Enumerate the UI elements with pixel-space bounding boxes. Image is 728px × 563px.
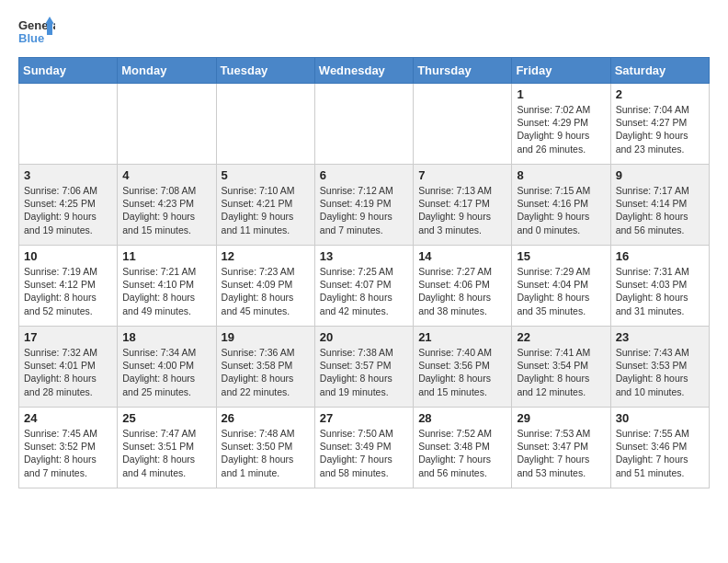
calendar-cell: 20Sunrise: 7:38 AM Sunset: 3:57 PM Dayli… bbox=[314, 327, 413, 408]
col-header-tuesday: Tuesday bbox=[216, 58, 314, 84]
day-number: 2 bbox=[616, 87, 704, 101]
day-number: 17 bbox=[24, 330, 112, 344]
day-number: 26 bbox=[222, 411, 310, 425]
calendar-cell: 19Sunrise: 7:36 AM Sunset: 3:58 PM Dayli… bbox=[216, 327, 314, 408]
col-header-sunday: Sunday bbox=[19, 58, 118, 84]
day-number: 28 bbox=[418, 411, 506, 425]
day-number: 8 bbox=[517, 168, 605, 182]
day-number: 15 bbox=[517, 249, 605, 263]
calendar-cell: 26Sunrise: 7:48 AM Sunset: 3:50 PM Dayli… bbox=[216, 408, 314, 488]
calendar-cell: 9Sunrise: 7:17 AM Sunset: 4:14 PM Daylig… bbox=[610, 165, 709, 246]
calendar-cell: 22Sunrise: 7:41 AM Sunset: 3:54 PM Dayli… bbox=[512, 327, 610, 408]
day-info: Sunrise: 7:29 AM Sunset: 4:04 PM Dayligh… bbox=[517, 266, 590, 316]
calendar-cell: 23Sunrise: 7:43 AM Sunset: 3:53 PM Dayli… bbox=[610, 327, 709, 408]
calendar-cell: 8Sunrise: 7:15 AM Sunset: 4:16 PM Daylig… bbox=[512, 165, 610, 246]
col-header-wednesday: Wednesday bbox=[314, 58, 413, 84]
week-row-4: 17Sunrise: 7:32 AM Sunset: 4:01 PM Dayli… bbox=[19, 327, 710, 408]
day-number: 14 bbox=[418, 249, 506, 263]
col-header-thursday: Thursday bbox=[414, 58, 512, 84]
calendar-cell bbox=[414, 84, 512, 165]
day-number: 5 bbox=[222, 168, 310, 182]
day-info: Sunrise: 7:34 AM Sunset: 4:00 PM Dayligh… bbox=[122, 347, 196, 397]
day-info: Sunrise: 7:32 AM Sunset: 4:01 PM Dayligh… bbox=[24, 347, 97, 397]
calendar-cell: 14Sunrise: 7:27 AM Sunset: 4:06 PM Dayli… bbox=[414, 246, 512, 327]
col-header-monday: Monday bbox=[118, 58, 216, 84]
calendar-cell: 2Sunrise: 7:04 AM Sunset: 4:27 PM Daylig… bbox=[610, 84, 709, 165]
calendar-cell: 5Sunrise: 7:10 AM Sunset: 4:21 PM Daylig… bbox=[216, 165, 314, 246]
day-info: Sunrise: 7:10 AM Sunset: 4:21 PM Dayligh… bbox=[222, 185, 295, 236]
day-info: Sunrise: 7:55 AM Sunset: 3:46 PM Dayligh… bbox=[616, 428, 689, 478]
calendar-cell: 27Sunrise: 7:50 AM Sunset: 3:49 PM Dayli… bbox=[314, 408, 413, 488]
day-number: 16 bbox=[616, 249, 704, 263]
day-number: 7 bbox=[418, 168, 506, 182]
day-info: Sunrise: 7:15 AM Sunset: 4:16 PM Dayligh… bbox=[517, 185, 590, 236]
day-info: Sunrise: 7:23 AM Sunset: 4:09 PM Dayligh… bbox=[222, 266, 295, 316]
day-number: 24 bbox=[24, 411, 112, 425]
day-info: Sunrise: 7:08 AM Sunset: 4:23 PM Dayligh… bbox=[122, 185, 196, 236]
calendar-cell: 21Sunrise: 7:40 AM Sunset: 3:56 PM Dayli… bbox=[414, 327, 512, 408]
day-number: 11 bbox=[122, 249, 210, 263]
calendar-cell bbox=[216, 84, 314, 165]
day-number: 6 bbox=[320, 168, 408, 182]
col-header-friday: Friday bbox=[512, 58, 610, 84]
calendar-cell: 10Sunrise: 7:19 AM Sunset: 4:12 PM Dayli… bbox=[19, 246, 118, 327]
calendar-cell bbox=[118, 84, 216, 165]
calendar-cell: 6Sunrise: 7:12 AM Sunset: 4:19 PM Daylig… bbox=[314, 165, 413, 246]
day-number: 12 bbox=[222, 249, 310, 263]
day-info: Sunrise: 7:40 AM Sunset: 3:56 PM Dayligh… bbox=[418, 347, 492, 397]
day-number: 1 bbox=[517, 87, 605, 101]
day-info: Sunrise: 7:21 AM Sunset: 4:10 PM Dayligh… bbox=[122, 266, 196, 316]
svg-text:Blue: Blue bbox=[18, 31, 44, 45]
day-number: 19 bbox=[222, 330, 310, 344]
day-number: 3 bbox=[24, 168, 112, 182]
calendar-cell: 11Sunrise: 7:21 AM Sunset: 4:10 PM Dayli… bbox=[118, 246, 216, 327]
calendar-cell: 4Sunrise: 7:08 AM Sunset: 4:23 PM Daylig… bbox=[118, 165, 216, 246]
day-info: Sunrise: 7:13 AM Sunset: 4:17 PM Dayligh… bbox=[418, 185, 492, 236]
day-info: Sunrise: 7:12 AM Sunset: 4:19 PM Dayligh… bbox=[320, 185, 393, 236]
col-header-saturday: Saturday bbox=[610, 58, 709, 84]
calendar-cell: 3Sunrise: 7:06 AM Sunset: 4:25 PM Daylig… bbox=[19, 165, 118, 246]
day-info: Sunrise: 7:50 AM Sunset: 3:49 PM Dayligh… bbox=[320, 428, 393, 478]
day-info: Sunrise: 7:04 AM Sunset: 4:27 PM Dayligh… bbox=[616, 104, 689, 155]
calendar-cell: 13Sunrise: 7:25 AM Sunset: 4:07 PM Dayli… bbox=[314, 246, 413, 327]
day-number: 4 bbox=[122, 168, 210, 182]
day-info: Sunrise: 7:45 AM Sunset: 3:52 PM Dayligh… bbox=[24, 428, 97, 478]
calendar-cell bbox=[19, 84, 118, 165]
day-info: Sunrise: 7:47 AM Sunset: 3:51 PM Dayligh… bbox=[122, 428, 196, 478]
week-row-2: 3Sunrise: 7:06 AM Sunset: 4:25 PM Daylig… bbox=[19, 165, 710, 246]
day-number: 20 bbox=[320, 330, 408, 344]
calendar-cell: 1Sunrise: 7:02 AM Sunset: 4:29 PM Daylig… bbox=[512, 84, 610, 165]
day-number: 21 bbox=[418, 330, 506, 344]
week-row-1: 1Sunrise: 7:02 AM Sunset: 4:29 PM Daylig… bbox=[19, 84, 710, 165]
day-number: 9 bbox=[616, 168, 704, 182]
logo-svg: General Blue bbox=[18, 15, 55, 50]
day-info: Sunrise: 7:31 AM Sunset: 4:03 PM Dayligh… bbox=[616, 266, 689, 316]
day-info: Sunrise: 7:17 AM Sunset: 4:14 PM Dayligh… bbox=[616, 185, 689, 236]
header-row: SundayMondayTuesdayWednesdayThursdayFrid… bbox=[19, 58, 710, 84]
logo: General Blue bbox=[18, 15, 55, 50]
day-info: Sunrise: 7:53 AM Sunset: 3:47 PM Dayligh… bbox=[517, 428, 590, 478]
day-info: Sunrise: 7:52 AM Sunset: 3:48 PM Dayligh… bbox=[418, 428, 492, 478]
calendar-table: SundayMondayTuesdayWednesdayThursdayFrid… bbox=[18, 57, 710, 488]
calendar-cell: 28Sunrise: 7:52 AM Sunset: 3:48 PM Dayli… bbox=[414, 408, 512, 488]
day-number: 23 bbox=[616, 330, 704, 344]
day-info: Sunrise: 7:27 AM Sunset: 4:06 PM Dayligh… bbox=[418, 266, 492, 316]
day-number: 10 bbox=[24, 249, 112, 263]
calendar-cell: 15Sunrise: 7:29 AM Sunset: 4:04 PM Dayli… bbox=[512, 246, 610, 327]
day-info: Sunrise: 7:36 AM Sunset: 3:58 PM Dayligh… bbox=[222, 347, 295, 397]
day-info: Sunrise: 7:41 AM Sunset: 3:54 PM Dayligh… bbox=[517, 347, 590, 397]
week-row-3: 10Sunrise: 7:19 AM Sunset: 4:12 PM Dayli… bbox=[19, 246, 710, 327]
calendar-cell: 12Sunrise: 7:23 AM Sunset: 4:09 PM Dayli… bbox=[216, 246, 314, 327]
calendar-cell bbox=[314, 84, 413, 165]
calendar-cell: 7Sunrise: 7:13 AM Sunset: 4:17 PM Daylig… bbox=[414, 165, 512, 246]
calendar-cell: 25Sunrise: 7:47 AM Sunset: 3:51 PM Dayli… bbox=[118, 408, 216, 488]
calendar-cell: 18Sunrise: 7:34 AM Sunset: 4:00 PM Dayli… bbox=[118, 327, 216, 408]
day-number: 13 bbox=[320, 249, 408, 263]
calendar-cell: 17Sunrise: 7:32 AM Sunset: 4:01 PM Dayli… bbox=[19, 327, 118, 408]
day-info: Sunrise: 7:48 AM Sunset: 3:50 PM Dayligh… bbox=[222, 428, 295, 478]
calendar-cell: 24Sunrise: 7:45 AM Sunset: 3:52 PM Dayli… bbox=[19, 408, 118, 488]
calendar-cell: 29Sunrise: 7:53 AM Sunset: 3:47 PM Dayli… bbox=[512, 408, 610, 488]
day-info: Sunrise: 7:43 AM Sunset: 3:53 PM Dayligh… bbox=[616, 347, 689, 397]
day-info: Sunrise: 7:02 AM Sunset: 4:29 PM Dayligh… bbox=[517, 104, 590, 155]
day-number: 25 bbox=[122, 411, 210, 425]
